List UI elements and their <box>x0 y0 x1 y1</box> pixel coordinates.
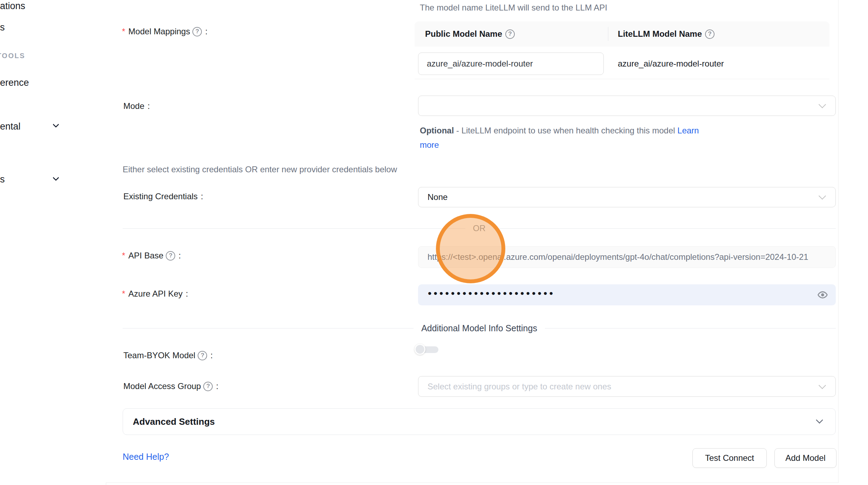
need-help-link[interactable]: Need Help? <box>123 452 169 462</box>
sidebar-item-s[interactable]: s <box>0 22 5 33</box>
azure-api-key-label-text: Azure API Key <box>128 289 183 299</box>
help-icon[interactable]: ? <box>198 351 207 360</box>
help-icon[interactable]: ? <box>166 251 175 261</box>
public-model-name-input[interactable]: azure_ai/azure-model-router <box>418 53 604 75</box>
existing-credentials-label-text: Existing Credentials <box>123 192 198 201</box>
column-header-public-model-name: Public Model Name ? <box>425 21 515 47</box>
azure-api-key-input[interactable]: •••••••••••••••••••••• <box>418 284 836 305</box>
test-connect-button[interactable]: Test Connect <box>692 448 767 468</box>
advanced-settings-panel[interactable]: Advanced Settings <box>123 408 836 435</box>
masked-key-value: •••••••••••••••••••••• <box>428 288 555 299</box>
mode-hint-bold: Optional <box>420 126 454 135</box>
required-asterisk: * <box>122 289 125 299</box>
azure-api-key-label: * Azure API Key <box>122 289 188 299</box>
add-model-button[interactable]: Add Model <box>774 448 836 468</box>
model-access-group-select[interactable]: Select existing groups or type to create… <box>418 376 836 397</box>
table-bottom-border <box>415 79 829 79</box>
team-byok-toggle[interactable] <box>415 344 438 355</box>
column-header-litellm-model-name: LiteLLM Model Name ? <box>618 21 715 47</box>
api-base-label: * API Base ? <box>122 251 181 261</box>
model-access-group-placeholder: Select existing groups or type to create… <box>428 382 611 392</box>
or-divider-text: OR <box>465 223 493 233</box>
advanced-settings-label: Advanced Settings <box>133 416 215 427</box>
chevron-down-icon <box>819 101 826 108</box>
chevron-down-icon <box>53 174 59 181</box>
additional-settings-divider-text: Additional Model Info Settings <box>414 323 545 333</box>
column-header-label: LiteLLM Model Name <box>618 29 702 39</box>
litellm-model-name-value: azure_ai/azure-model-router <box>618 53 724 75</box>
add-model-page: ations s TOOLS erence ental s The model … <box>0 0 868 485</box>
mode-label: Mode <box>123 101 150 111</box>
toggle-knob <box>415 344 425 355</box>
model-access-group-label-text: Model Access Group <box>123 381 201 391</box>
existing-credentials-value: None <box>428 192 447 202</box>
sidebar-item-erence[interactable]: erence <box>0 77 29 88</box>
required-asterisk: * <box>122 251 125 261</box>
api-base-label-text: API Base <box>128 251 163 261</box>
help-icon[interactable]: ? <box>203 382 213 391</box>
sidebar-item-ations[interactable]: ations <box>0 1 25 12</box>
chevron-down-icon <box>819 381 826 389</box>
eye-icon[interactable] <box>817 290 828 300</box>
mode-hint: Optional - LiteLLM endpoint to use when … <box>420 123 714 152</box>
model-mappings-label: * Model Mappings ? <box>122 27 207 36</box>
sidebar: ations s TOOLS erence ental s <box>0 0 106 485</box>
additional-settings-divider: Additional Model Info Settings <box>123 323 836 333</box>
help-icon[interactable]: ? <box>192 27 202 36</box>
api-base-input[interactable]: https://<test>.openai.azure.com/openai/d… <box>418 246 836 268</box>
team-byok-label: Team-BYOK Model ? <box>123 351 213 360</box>
column-separator <box>608 27 608 41</box>
existing-credentials-select[interactable]: None <box>418 187 836 207</box>
chevron-down-icon <box>816 416 823 424</box>
sidebar-item-ental[interactable]: ental <box>0 121 21 132</box>
mode-label-text: Mode <box>123 101 144 111</box>
model-name-hint: The model name LiteLLM will send to the … <box>420 3 607 13</box>
model-mappings-label-text: Model Mappings <box>128 27 190 36</box>
help-icon[interactable]: ? <box>705 29 715 39</box>
model-access-group-label: Model Access Group ? <box>123 381 218 391</box>
or-divider: OR <box>123 223 836 233</box>
model-mappings-table: Public Model Name ? LiteLLM Model Name ?… <box>415 21 829 79</box>
credentials-note: Either select existing credentials OR en… <box>123 165 397 174</box>
chevron-down-icon <box>53 121 59 127</box>
team-byok-label-text: Team-BYOK Model <box>123 351 195 360</box>
existing-credentials-label: Existing Credentials <box>123 192 203 201</box>
sidebar-item-s2[interactable]: s <box>0 174 5 185</box>
sidebar-section-tools: TOOLS <box>0 52 25 60</box>
column-header-label: Public Model Name <box>425 29 502 39</box>
required-asterisk: * <box>122 27 125 36</box>
chevron-down-icon <box>819 192 826 200</box>
mode-select[interactable] <box>418 96 836 116</box>
help-icon[interactable]: ? <box>505 29 515 39</box>
mode-hint-rest: - LiteLLM endpoint to use when health ch… <box>454 126 677 135</box>
